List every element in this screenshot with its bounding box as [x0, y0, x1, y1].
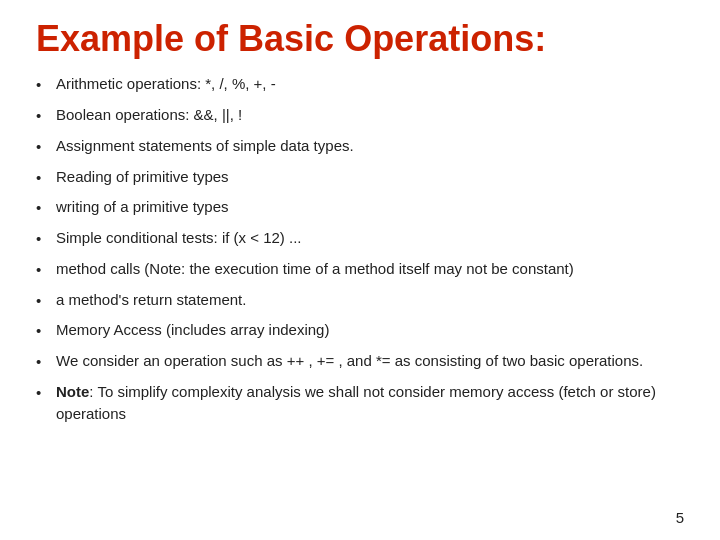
list-item-consider: •We consider an operation such as ++ , +…: [36, 350, 684, 373]
list-item-conditional: •Simple conditional tests: if (x < 12) .…: [36, 227, 684, 250]
list-item-memory: •Memory Access (includes array indexing): [36, 319, 684, 342]
bullet-dot: •: [36, 136, 56, 158]
list-item-method-calls: •method calls (Note: the execution time …: [36, 258, 684, 281]
bullet-text-conditional: Simple conditional tests: if (x < 12) ..…: [56, 227, 684, 249]
list-item-writing: •writing of a primitive types: [36, 196, 684, 219]
bullet-dot: •: [36, 290, 56, 312]
page-number: 5: [676, 509, 684, 526]
list-item-return: •a method's return statement.: [36, 289, 684, 312]
bullet-text-reading: Reading of primitive types: [56, 166, 684, 188]
bullet-dot: •: [36, 74, 56, 96]
bullet-dot: •: [36, 351, 56, 373]
bullet-dot: •: [36, 382, 56, 404]
slide-title: Example of Basic Operations:: [36, 18, 684, 59]
list-item-note: •Note: To simplify complexity analysis w…: [36, 381, 684, 425]
bullet-text-arithmetic: Arithmetic operations: *, /, %, +, -: [56, 73, 684, 95]
bold-prefix: Note: [56, 383, 89, 400]
slide-container: Example of Basic Operations: •Arithmetic…: [0, 0, 720, 540]
bullet-text-writing: writing of a primitive types: [56, 196, 684, 218]
list-item-reading: •Reading of primitive types: [36, 166, 684, 189]
bullet-list: •Arithmetic operations: *, /, %, +, -•Bo…: [36, 73, 684, 522]
list-item-arithmetic: •Arithmetic operations: *, /, %, +, -: [36, 73, 684, 96]
bullet-dot: •: [36, 167, 56, 189]
bullet-text-note: Note: To simplify complexity analysis we…: [56, 381, 684, 425]
bullet-text-boolean: Boolean operations: &&, ||, !: [56, 104, 684, 126]
bullet-text-assignment: Assignment statements of simple data typ…: [56, 135, 684, 157]
bullet-dot: •: [36, 105, 56, 127]
bullet-text-memory: Memory Access (includes array indexing): [56, 319, 684, 341]
bullet-text-return: a method's return statement.: [56, 289, 684, 311]
bullet-dot: •: [36, 197, 56, 219]
list-item-boolean: •Boolean operations: &&, ||, !: [36, 104, 684, 127]
bullet-dot: •: [36, 228, 56, 250]
bullet-dot: •: [36, 259, 56, 281]
bullet-dot: •: [36, 320, 56, 342]
list-item-assignment: •Assignment statements of simple data ty…: [36, 135, 684, 158]
bullet-text-method-calls: method calls (Note: the execution time o…: [56, 258, 684, 280]
bullet-text-consider: We consider an operation such as ++ , +=…: [56, 350, 684, 372]
